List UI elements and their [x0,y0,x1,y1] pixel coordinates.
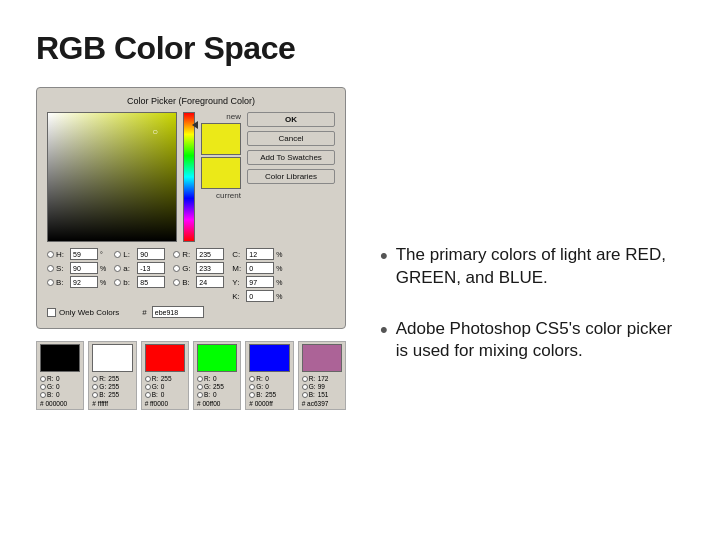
only-web-colors-label: Only Web Colors [59,308,119,317]
field-s-label: S: [56,264,68,273]
field-s-input[interactable] [70,262,98,274]
slide-title: RGB Color Space [36,30,684,67]
hex-input[interactable] [152,306,204,318]
field-h-label: H: [56,250,68,259]
swatch-black-hex: # 000000 [40,400,80,407]
field-k-label: K: [232,292,244,301]
field-b-unit: % [100,279,106,286]
field-b2: b: [114,276,165,288]
field-b3: B: [173,276,224,288]
field-y-input[interactable] [246,276,274,288]
field-l-label: L: [123,250,135,259]
field-l-input[interactable] [137,248,165,260]
field-a: a: [114,262,165,274]
swatch-b-radio [40,392,46,398]
field-r-label: R: [182,250,194,259]
cancel-button[interactable]: Cancel [247,131,335,146]
swatch-col: new current [201,112,241,200]
field-a-radio[interactable] [114,265,121,272]
ok-button[interactable]: OK [247,112,335,127]
field-y-label: Y: [232,278,244,287]
field-b-input[interactable] [70,276,98,288]
field-g-radio[interactable] [173,265,180,272]
field-k: K: % [232,290,282,302]
field-b-radio[interactable] [47,279,54,286]
field-s-unit: % [100,265,106,272]
picker-main-row: new current OK Cancel Add To Swatches Co… [47,112,335,242]
field-r-input[interactable] [196,248,224,260]
swatch-black-b: B: 0 [40,391,80,398]
field-s-radio[interactable] [47,265,54,272]
rgb-fields: R: G: B: [173,248,224,302]
add-to-swatches-button[interactable]: Add To Swatches [247,150,335,165]
field-b3-input[interactable] [196,276,224,288]
only-web-colors-checkbox[interactable] [47,308,56,317]
color-libraries-button[interactable]: Color Libraries [247,169,335,184]
cmyk-fields: C: % M: % Y: % [232,248,282,302]
hsb-fields: H: ° S: % B: [47,248,106,302]
swatch-color-black [40,344,80,372]
swatch-g-radio [40,384,46,390]
swatch-color-red [145,344,185,372]
slide: RGB Color Space Color Picker (Foreground… [0,0,720,540]
field-k-input[interactable] [246,290,274,302]
hue-strip[interactable] [183,112,195,242]
swatch-white: R: 255 G: 255 B: 255 # ffffff [88,341,136,410]
field-g-input[interactable] [196,262,224,274]
picker-title: Color Picker (Foreground Color) [47,96,335,106]
field-c-unit: % [276,251,282,258]
field-r: R: [173,248,224,260]
gradient-square[interactable] [47,112,177,242]
bullet-item-2: • Adobe Photoshop CS5's color picker is … [380,318,684,364]
field-l-radio[interactable] [114,251,121,258]
field-c: C: % [232,248,282,260]
bullet-dot-1: • [380,244,388,268]
picker-window: Color Picker (Foreground Color) new curr… [36,87,346,329]
field-y: Y: % [232,276,282,288]
field-s: S: % [47,262,106,274]
field-h-input[interactable] [70,248,98,260]
bullet-dot-2: • [380,318,388,342]
swatch-purple: R: 172 G: 99 B: 151 # ac6397 [298,341,346,410]
swatch-blue: R: 0 G: 0 B: 255 # 0000ff [245,341,293,410]
swatch-red: R: 255 G: 0 B: 0 # ff0000 [141,341,189,410]
field-h-unit: ° [100,251,103,258]
field-m: M: % [232,262,282,274]
swatch-current [201,157,241,189]
swatch-current-label: current [201,191,241,200]
field-b2-label: b: [123,278,135,287]
bullet-text-2: Adobe Photoshop CS5's color picker is us… [396,318,684,364]
field-b2-input[interactable] [137,276,165,288]
slide-content: Color Picker (Foreground Color) new curr… [36,87,684,520]
field-r-radio[interactable] [173,251,180,258]
swatch-r-radio [40,376,46,382]
swatch-new-label: new [201,112,241,121]
swatch-color-purple [302,344,342,372]
bullet-section: • The primary colors of light are RED, G… [370,87,684,520]
bullet-text-1: The primary colors of light are RED, GRE… [396,244,684,290]
field-a-input[interactable] [137,262,165,274]
swatch-color-white [92,344,132,372]
field-b: B: % [47,276,106,288]
field-h: H: ° [47,248,106,260]
field-l: L: [114,248,165,260]
lab-fields: L: a: b: [114,248,165,302]
field-h-radio[interactable] [47,251,54,258]
only-web-row: Only Web Colors # [47,306,335,318]
swatch-black: R: 0 G: 0 B: 0 # 000000 [36,341,84,410]
swatch-green: R: 0 G: 255 B: 0 # 00ff00 [193,341,241,410]
hue-arrow [192,121,198,129]
field-c-label: C: [232,250,244,259]
field-c-input[interactable] [246,248,274,260]
field-a-label: a: [123,264,135,273]
picker-buttons: OK Cancel Add To Swatches Color Librarie… [247,112,335,184]
picker-fields-row: H: ° S: % B: [47,248,335,302]
field-g: G: [173,262,224,274]
field-m-input[interactable] [246,262,274,274]
bullet-item-1: • The primary colors of light are RED, G… [380,244,684,290]
swatch-color-green [197,344,237,372]
swatch-color-blue [249,344,289,372]
swatch-new [201,123,241,155]
field-b2-radio[interactable] [114,279,121,286]
field-b3-radio[interactable] [173,279,180,286]
